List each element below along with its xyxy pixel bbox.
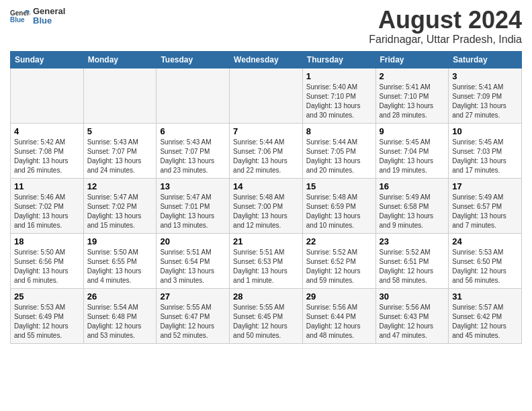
calendar-day: 13Sunrise: 5:47 AMSunset: 7:01 PMDayligh… <box>157 178 230 233</box>
calendar-day: 5Sunrise: 5:43 AMSunset: 7:07 PMDaylight… <box>83 123 157 178</box>
header-day-friday: Friday <box>375 51 449 68</box>
calendar-day: 20Sunrise: 5:51 AMSunset: 6:54 PMDayligh… <box>157 233 230 288</box>
day-info: Sunrise: 5:44 AMSunset: 7:05 PMDaylight:… <box>306 138 372 175</box>
calendar-day: 7Sunrise: 5:44 AMSunset: 7:06 PMDaylight… <box>230 123 303 178</box>
calendar-day: 4Sunrise: 5:42 AMSunset: 7:08 PMDaylight… <box>11 123 84 178</box>
day-number: 13 <box>160 181 226 191</box>
calendar-day: 16Sunrise: 5:49 AMSunset: 6:58 PMDayligh… <box>375 178 449 233</box>
day-info: Sunrise: 5:47 AMSunset: 7:01 PMDaylight:… <box>160 193 226 230</box>
day-info: Sunrise: 5:52 AMSunset: 6:51 PMDaylight:… <box>380 248 445 285</box>
day-info: Sunrise: 5:48 AMSunset: 7:00 PMDaylight:… <box>233 193 299 230</box>
day-info: Sunrise: 5:55 AMSunset: 6:47 PMDaylight:… <box>160 303 226 340</box>
day-number: 19 <box>87 236 153 246</box>
day-number: 17 <box>452 181 518 191</box>
day-number: 2 <box>380 71 445 81</box>
day-info: Sunrise: 5:56 AMSunset: 6:44 PMDaylight:… <box>306 303 372 340</box>
calendar-day: 30Sunrise: 5:56 AMSunset: 6:43 PMDayligh… <box>375 288 449 343</box>
day-number: 3 <box>452 71 518 81</box>
main-title: August 2024 <box>369 7 522 34</box>
calendar-day: 25Sunrise: 5:53 AMSunset: 6:49 PMDayligh… <box>11 288 84 343</box>
day-number: 11 <box>14 181 80 191</box>
day-number: 15 <box>306 181 372 191</box>
page-header: General Blue General Blue August 2024 Fa… <box>10 7 522 46</box>
calendar-day: 1Sunrise: 5:40 AMSunset: 7:10 PMDaylight… <box>302 68 375 123</box>
day-info: Sunrise: 5:45 AMSunset: 7:04 PMDaylight:… <box>380 138 445 175</box>
header-day-thursday: Thursday <box>302 51 375 68</box>
sub-title: Faridnagar, Uttar Pradesh, India <box>369 34 522 46</box>
day-info: Sunrise: 5:41 AMSunset: 7:10 PMDaylight:… <box>380 83 445 120</box>
day-number: 26 <box>87 291 153 302</box>
day-number: 23 <box>380 236 445 246</box>
calendar-day: 2Sunrise: 5:41 AMSunset: 7:10 PMDaylight… <box>375 68 449 123</box>
day-number: 25 <box>14 291 80 302</box>
day-info: Sunrise: 5:56 AMSunset: 6:43 PMDaylight:… <box>380 303 445 340</box>
day-info: Sunrise: 5:50 AMSunset: 6:55 PMDaylight:… <box>87 248 153 285</box>
calendar-table: SundayMondayTuesdayWednesdayThursdayFrid… <box>10 51 522 344</box>
day-info: Sunrise: 5:42 AMSunset: 7:08 PMDaylight:… <box>14 138 80 175</box>
day-info: Sunrise: 5:53 AMSunset: 6:49 PMDaylight:… <box>14 303 80 340</box>
day-number: 31 <box>452 291 518 302</box>
logo: General Blue General Blue <box>10 7 65 26</box>
calendar-day: 6Sunrise: 5:43 AMSunset: 7:07 PMDaylight… <box>157 123 230 178</box>
calendar-day <box>11 68 84 123</box>
calendar-day: 18Sunrise: 5:50 AMSunset: 6:56 PMDayligh… <box>11 233 84 288</box>
header-day-monday: Monday <box>83 51 157 68</box>
calendar-day <box>83 68 157 123</box>
calendar-day: 14Sunrise: 5:48 AMSunset: 7:00 PMDayligh… <box>230 178 303 233</box>
day-info: Sunrise: 5:50 AMSunset: 6:56 PMDaylight:… <box>14 248 80 285</box>
title-block: August 2024 Faridnagar, Uttar Pradesh, I… <box>369 7 522 46</box>
calendar-day: 27Sunrise: 5:55 AMSunset: 6:47 PMDayligh… <box>157 288 230 343</box>
day-info: Sunrise: 5:45 AMSunset: 7:03 PMDaylight:… <box>452 138 518 175</box>
day-number: 10 <box>452 126 518 136</box>
logo-blue-text: Blue <box>33 16 65 26</box>
calendar-week-2: 4Sunrise: 5:42 AMSunset: 7:08 PMDaylight… <box>11 123 522 178</box>
day-info: Sunrise: 5:49 AMSunset: 6:58 PMDaylight:… <box>380 193 445 230</box>
day-number: 24 <box>452 236 518 246</box>
day-number: 30 <box>380 291 445 302</box>
day-info: Sunrise: 5:41 AMSunset: 7:09 PMDaylight:… <box>452 83 518 120</box>
day-number: 16 <box>380 181 445 191</box>
day-info: Sunrise: 5:43 AMSunset: 7:07 PMDaylight:… <box>87 138 153 175</box>
logo-general-text: General <box>33 7 65 16</box>
day-info: Sunrise: 5:46 AMSunset: 7:02 PMDaylight:… <box>14 193 80 230</box>
day-info: Sunrise: 5:51 AMSunset: 6:54 PMDaylight:… <box>160 248 226 285</box>
calendar-day: 28Sunrise: 5:55 AMSunset: 6:45 PMDayligh… <box>230 288 303 343</box>
calendar-day: 8Sunrise: 5:44 AMSunset: 7:05 PMDaylight… <box>302 123 375 178</box>
calendar-day: 31Sunrise: 5:57 AMSunset: 6:42 PMDayligh… <box>449 288 522 343</box>
day-number: 27 <box>160 291 226 302</box>
day-number: 22 <box>306 236 372 246</box>
header-day-tuesday: Tuesday <box>157 51 230 68</box>
day-number: 9 <box>380 126 445 136</box>
calendar-day: 11Sunrise: 5:46 AMSunset: 7:02 PMDayligh… <box>11 178 84 233</box>
calendar-day: 3Sunrise: 5:41 AMSunset: 7:09 PMDaylight… <box>449 68 522 123</box>
calendar-day: 12Sunrise: 5:47 AMSunset: 7:02 PMDayligh… <box>83 178 157 233</box>
day-number: 6 <box>160 126 226 136</box>
calendar-day: 23Sunrise: 5:52 AMSunset: 6:51 PMDayligh… <box>375 233 449 288</box>
day-info: Sunrise: 5:47 AMSunset: 7:02 PMDaylight:… <box>87 193 153 230</box>
header-day-saturday: Saturday <box>449 51 522 68</box>
calendar-day: 21Sunrise: 5:51 AMSunset: 6:53 PMDayligh… <box>230 233 303 288</box>
calendar-day: 24Sunrise: 5:53 AMSunset: 6:50 PMDayligh… <box>449 233 522 288</box>
day-number: 12 <box>87 181 153 191</box>
calendar-day: 29Sunrise: 5:56 AMSunset: 6:44 PMDayligh… <box>302 288 375 343</box>
calendar-week-3: 11Sunrise: 5:46 AMSunset: 7:02 PMDayligh… <box>11 178 522 233</box>
day-number: 1 <box>306 71 372 81</box>
day-info: Sunrise: 5:51 AMSunset: 6:53 PMDaylight:… <box>233 248 299 285</box>
calendar-day: 10Sunrise: 5:45 AMSunset: 7:03 PMDayligh… <box>449 123 522 178</box>
calendar-day <box>157 68 230 123</box>
calendar-day <box>230 68 303 123</box>
calendar-day: 19Sunrise: 5:50 AMSunset: 6:55 PMDayligh… <box>83 233 157 288</box>
day-number: 28 <box>233 291 299 302</box>
day-info: Sunrise: 5:54 AMSunset: 6:48 PMDaylight:… <box>87 303 153 340</box>
header-day-wednesday: Wednesday <box>230 51 303 68</box>
day-number: 18 <box>14 236 80 246</box>
calendar-day: 17Sunrise: 5:49 AMSunset: 6:57 PMDayligh… <box>449 178 522 233</box>
day-number: 8 <box>306 126 372 136</box>
calendar-day: 22Sunrise: 5:52 AMSunset: 6:52 PMDayligh… <box>302 233 375 288</box>
calendar-header-row: SundayMondayTuesdayWednesdayThursdayFrid… <box>11 51 522 68</box>
day-info: Sunrise: 5:57 AMSunset: 6:42 PMDaylight:… <box>452 303 518 340</box>
day-number: 5 <box>87 126 153 136</box>
day-info: Sunrise: 5:40 AMSunset: 7:10 PMDaylight:… <box>306 83 372 120</box>
header-day-sunday: Sunday <box>11 51 84 68</box>
day-number: 20 <box>160 236 226 246</box>
